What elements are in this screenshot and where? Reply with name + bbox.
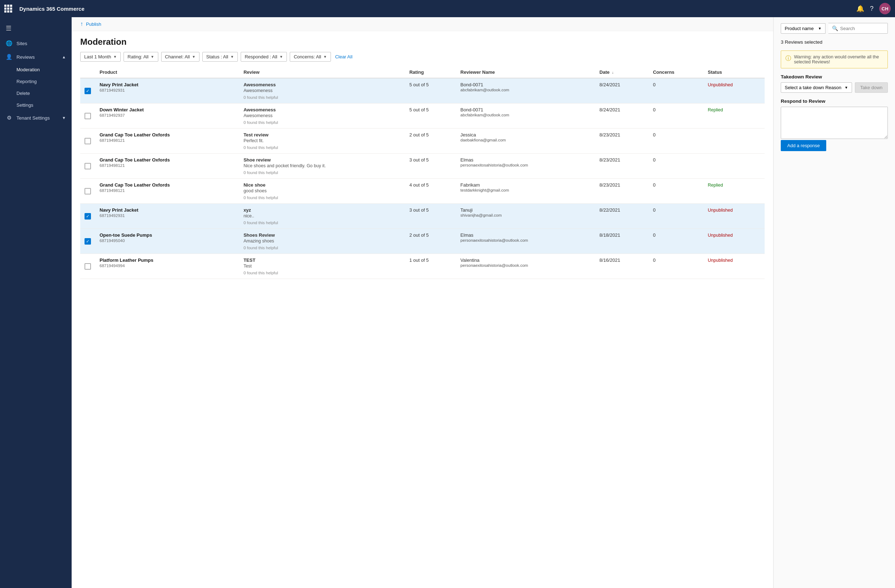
add-response-button[interactable]: Add a response [781, 140, 826, 151]
row-checkbox[interactable] [85, 263, 91, 270]
respond-textarea[interactable] [781, 107, 888, 139]
status-cell [703, 129, 765, 154]
sidebar-toggle-icon[interactable]: ☰ [0, 20, 71, 36]
reviewer-email: abcfabrikam@outlook.com [461, 88, 591, 92]
channel-chevron-icon: ▼ [192, 55, 196, 59]
sidebar-item-moderation[interactable]: Moderation [0, 64, 71, 76]
table-wrap: Product Review Rating Reviewer Name Date… [71, 67, 773, 588]
notifications-icon[interactable]: 🔔 [856, 5, 864, 12]
col-checkbox [80, 67, 95, 78]
reviewer-name: Valentina [461, 258, 591, 263]
review-title: TEST [244, 258, 401, 263]
info-icon: ⓘ [786, 55, 791, 62]
sidebar-item-reviews[interactable]: 👤 Reviews ▲ [0, 50, 71, 64]
checkbox-cell [80, 204, 95, 229]
col-date[interactable]: Date ↓ [595, 67, 649, 78]
sort-date-icon: ↓ [612, 71, 614, 74]
status-cell [703, 154, 765, 179]
reviews-table: Product Review Rating Reviewer Name Date… [80, 67, 765, 279]
publish-arrow-icon: ↑ [80, 21, 83, 27]
warning-text: Warning: any action would overwrite all … [794, 55, 883, 64]
status-badge: Replied [708, 183, 723, 188]
row-checkbox[interactable] [85, 113, 91, 119]
checkbox-cell [80, 179, 95, 204]
concerns-cell: 0 [649, 254, 703, 279]
sidebar-item-reporting[interactable]: Reporting [0, 76, 71, 87]
reviewer-email: personaexitosahistoria@outlook.com [461, 238, 591, 242]
row-checkbox[interactable] [85, 138, 91, 144]
product-name: Grand Cap Toe Leather Oxfords [100, 182, 235, 188]
sidebar-item-settings[interactable]: Settings [0, 99, 71, 111]
rating-cell: 5 out of 5 [405, 78, 456, 103]
rating-cell: 2 out of 5 [405, 129, 456, 154]
avatar[interactable]: CH [879, 3, 891, 14]
date-cell: 8/23/2021 [595, 154, 649, 179]
filter-time[interactable]: Last 1 Month ▼ [80, 52, 121, 62]
product-name: Open-toe Suede Pumps [100, 232, 235, 238]
status-chevron-icon: ▼ [230, 55, 234, 59]
review-cell: xyz nice.. 0 found this helpful [239, 204, 405, 229]
concerns-cell: 0 [649, 229, 703, 254]
concerns-cell: 0 [649, 103, 703, 129]
date-cell: 8/18/2021 [595, 229, 649, 254]
sidebar-item-sites-label: Sites [17, 41, 27, 46]
reviewer-name: Fabrikam [461, 182, 591, 188]
search-box[interactable]: 🔍 [828, 23, 888, 34]
clear-all-button[interactable]: Clear All [335, 54, 352, 59]
concerns-cell: 0 [649, 204, 703, 229]
status-badge: Unpublished [708, 258, 733, 263]
reviewer-cell: Valentina personaexitosahistoria@outlook… [456, 254, 595, 279]
product-name-dropdown[interactable]: Product name ▼ [781, 23, 825, 34]
row-checkbox[interactable] [85, 163, 91, 170]
takedown-select[interactable]: Select a take down Reason ▼ [781, 82, 852, 93]
reviewer-cell: Tanuji shivanijha@gmail.com [456, 204, 595, 229]
product-name-label: Product name [785, 26, 814, 31]
sidebar-item-sites[interactable]: 🌐 Sites [0, 36, 71, 50]
filter-status[interactable]: Status : All ▼ [202, 52, 238, 62]
helpful-text: 0 found this helpful [244, 145, 401, 150]
status-cell: Unpublished [703, 204, 765, 229]
helpful-text: 0 found this helpful [244, 195, 401, 200]
filter-responded[interactable]: Responded : All ▼ [241, 52, 287, 62]
row-checkbox[interactable] [85, 188, 91, 194]
row-checkbox[interactable] [85, 88, 91, 94]
filter-channel[interactable]: Channel: All ▼ [161, 52, 199, 62]
apps-icon[interactable] [4, 5, 12, 12]
review-body: Nice shoes and pocket friendly. Go buy i… [244, 163, 401, 168]
filter-concerns[interactable]: Concerns: All ▼ [290, 52, 331, 62]
product-name: Platform Leather Pumps [100, 258, 235, 263]
product-cell: Grand Cap Toe Leather Oxfords 6871949812… [95, 179, 239, 204]
sidebar-item-delete[interactable]: Delete [0, 87, 71, 99]
filter-rating[interactable]: Rating: All ▼ [124, 52, 158, 62]
checkbox-cell [80, 103, 95, 129]
help-icon[interactable]: ? [870, 5, 874, 12]
reviewer-cell: Jessica daebakfiona@gmail.com [456, 129, 595, 154]
row-checkbox[interactable] [85, 238, 91, 245]
concerns-cell: 0 [649, 179, 703, 204]
product-name: Grand Cap Toe Leather Oxfords [100, 157, 235, 162]
row-checkbox[interactable] [85, 213, 91, 220]
takedown-button[interactable]: Take down [855, 82, 888, 93]
product-cell: Platform Leather Pumps 68719494994 [95, 254, 239, 279]
chevron-down-icon: ▲ [62, 55, 66, 59]
sidebar-item-tenant-settings[interactable]: ⚙ Tenant Settings ▼ [0, 111, 71, 124]
search-input[interactable] [840, 26, 884, 31]
warning-box: ⓘ Warning: any action would overwrite al… [781, 50, 888, 68]
table-row: Navy Print Jacket 68719492931 xyz nice..… [80, 204, 765, 229]
col-concerns: Concerns [649, 67, 703, 78]
sidebar-group-reviews: 👤 Reviews ▲ Moderation Reporting Delete … [0, 50, 71, 111]
content-area: ↑ Publish Moderation Last 1 Month ▼ Rati… [71, 17, 773, 588]
product-cell: Navy Print Jacket 68719492931 [95, 204, 239, 229]
reviewer-name: Bond-0071 [461, 82, 591, 87]
checkbox-cell [80, 78, 95, 103]
rating-cell: 4 out of 5 [405, 179, 456, 204]
reviewer-cell: Elmas personaexitosahistoria@outlook.com [456, 229, 595, 254]
publish-button[interactable]: Publish [86, 21, 102, 27]
rating-cell: 1 out of 5 [405, 254, 456, 279]
review-title: Test review [244, 132, 401, 138]
product-dropdown-chevron: ▼ [818, 26, 822, 30]
filters-bar: Last 1 Month ▼ Rating: All ▼ Channel: Al… [71, 47, 773, 67]
col-review: Review [239, 67, 405, 78]
status-badge: Unpublished [708, 233, 733, 238]
status-cell: Replied [703, 103, 765, 129]
